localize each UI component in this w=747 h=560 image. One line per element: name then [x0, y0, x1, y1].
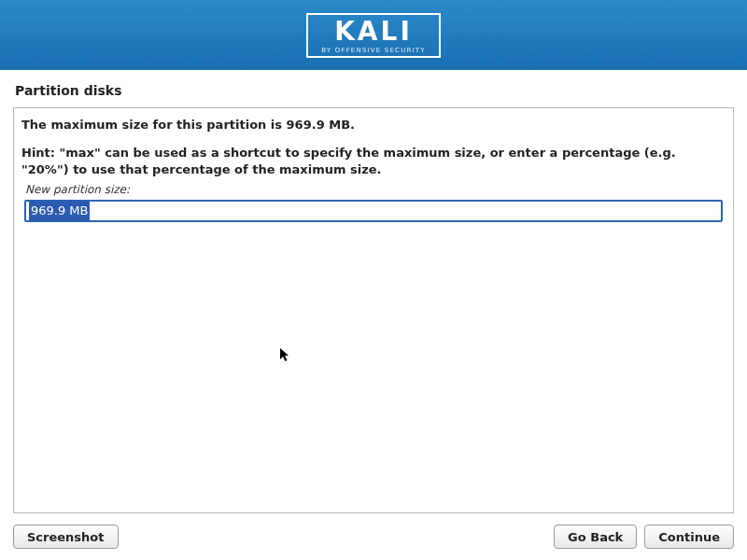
logo-text: KALI	[334, 19, 413, 45]
partition-size-value: 969.9 MB	[29, 202, 90, 220]
screenshot-button[interactable]: Screenshot	[13, 525, 119, 549]
page-title: Partition disks	[13, 79, 734, 107]
hint-text: Hint: "max" can be used as a shortcut to…	[21, 145, 726, 177]
header-banner: KALI BY OFFENSIVE SECURITY	[0, 0, 747, 70]
footer-buttons: Screenshot Go Back Continue	[13, 513, 734, 549]
partition-size-input[interactable]: 969.9 MB	[24, 200, 723, 222]
continue-button[interactable]: Continue	[644, 525, 734, 549]
logo-subtitle: BY OFFENSIVE SECURITY	[321, 47, 426, 54]
kali-logo: KALI BY OFFENSIVE SECURITY	[306, 13, 441, 58]
partition-size-label: New partition size:	[25, 183, 726, 196]
content-area: Partition disks The maximum size for thi…	[0, 70, 747, 560]
main-panel: The maximum size for this partition is 9…	[13, 107, 734, 513]
go-back-button[interactable]: Go Back	[554, 525, 637, 549]
max-size-text: The maximum size for this partition is 9…	[21, 118, 726, 132]
